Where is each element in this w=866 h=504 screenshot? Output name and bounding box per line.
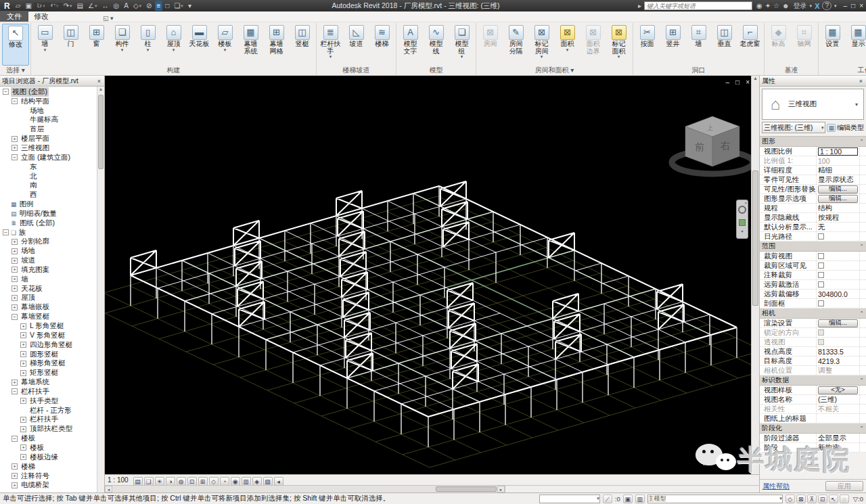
tree-item[interactable]: 首层: [0, 124, 104, 134]
hscroll-left-arrow[interactable]: ◂: [105, 486, 112, 492]
property-value[interactable]: [817, 271, 860, 279]
expand-icon[interactable]: +: [20, 361, 26, 367]
tree-item[interactable]: 北: [0, 172, 104, 181]
tree-item[interactable]: +栏杆扶手: [0, 415, 104, 425]
edit-type-button[interactable]: ▦ 编辑类型: [827, 123, 864, 133]
collapse-icon[interactable]: −: [12, 436, 18, 442]
help-icon[interactable]: ?: [822, 1, 831, 10]
signin-label[interactable]: 登录: [794, 1, 807, 11]
expand-icon[interactable]: +: [12, 304, 18, 311]
property-value[interactable]: [817, 280, 860, 289]
property-section-header[interactable]: 标识数据⌃: [760, 375, 866, 386]
select-by-face-toggle[interactable]: ⊡: [818, 495, 827, 503]
collapse-icon[interactable]: −: [12, 388, 18, 394]
close-hidden-windows-icon[interactable]: □: [163, 1, 171, 11]
tree-item[interactable]: +圆形竖梃: [0, 350, 104, 359]
collapse-icon[interactable]: −: [3, 229, 9, 235]
property-section-header[interactable]: 图形⌃: [760, 137, 866, 147]
reveal-hidden-elements-icon[interactable]: ◉: [231, 477, 240, 486]
tag-icon[interactable]: ◎: [111, 1, 121, 11]
ribbon-button-component[interactable]: ❏构件▾: [110, 24, 135, 52]
expand-icon[interactable]: +: [20, 426, 26, 432]
ribbon-button-wall[interactable]: ▭墙▾: [32, 24, 58, 52]
expand-icon[interactable]: +: [12, 463, 18, 469]
property-value[interactable]: [817, 328, 860, 337]
expand-icon[interactable]: +: [20, 444, 26, 451]
property-value[interactable]: 编辑...: [817, 185, 860, 193]
minimize-button[interactable]: –: [844, 2, 848, 9]
hscroll-right-arrow[interactable]: ▸: [497, 486, 505, 492]
expand-icon[interactable]: +: [12, 276, 18, 282]
expand-icon[interactable]: +: [12, 239, 18, 245]
property-section-header[interactable]: 范围⌃: [760, 242, 866, 252]
tree-item[interactable]: +扶手类型: [0, 396, 104, 406]
property-value[interactable]: 304800.0: [817, 290, 860, 298]
property-value[interactable]: 4219.3: [817, 357, 860, 365]
sun-path-icon[interactable]: ☀: [155, 477, 164, 486]
expand-icon[interactable]: +: [12, 473, 18, 479]
crop-view-icon[interactable]: ⊡: [187, 477, 197, 486]
aligned-dimension-icon[interactable]: ↔: [99, 1, 110, 11]
default-3d-view-icon[interactable]: ◇▾: [131, 1, 143, 11]
checkbox[interactable]: [818, 281, 824, 288]
tree-item[interactable]: −结构平面: [0, 97, 104, 106]
panel-display-toggle[interactable]: ◱ ▾: [103, 15, 114, 22]
ribbon-button-by-face[interactable]: ✂按面: [635, 24, 660, 48]
edit-button[interactable]: <无>: [818, 386, 858, 394]
ribbon-button-tag-room[interactable]: ⊠标记 房间▾: [529, 24, 554, 59]
tree-item[interactable]: −楼板: [0, 434, 104, 443]
property-value[interactable]: 显示原状态: [817, 175, 860, 184]
ribbon-button-wall-opening[interactable]: ⌗墙: [686, 24, 711, 48]
tree-item[interactable]: +楼板边缘: [0, 453, 104, 462]
ribbon-button-roof[interactable]: ⌂屋顶▾: [161, 24, 186, 52]
ribbon-button-curtain-system[interactable]: ▦幕墙 系统: [238, 24, 263, 55]
close-button[interactable]: ×: [859, 2, 863, 9]
property-value[interactable]: 精细: [817, 166, 860, 175]
expand-icon[interactable]: +: [12, 295, 18, 301]
edit-button[interactable]: 编辑...: [818, 319, 858, 327]
steering-wheel-icon[interactable]: [738, 206, 746, 214]
tree-item[interactable]: −幕墙竖梃: [0, 312, 104, 321]
select-pinned-toggle[interactable]: ⊼: [807, 495, 817, 503]
temporary-hide-isolate-icon[interactable]: ◔: [220, 477, 229, 486]
expand-icon[interactable]: +: [12, 145, 18, 151]
tree-item[interactable]: 南: [0, 181, 104, 190]
edit-button[interactable]: 编辑...: [818, 195, 858, 203]
apply-button[interactable]: 应用: [825, 481, 863, 491]
show-crop-region-icon[interactable]: ⊞: [198, 477, 208, 486]
property-value[interactable]: 编辑...: [817, 319, 860, 327]
expand-icon[interactable]: +: [20, 342, 26, 348]
viewport-vertical-scrollbar[interactable]: ▲: [751, 76, 759, 474]
property-value[interactable]: [817, 414, 860, 423]
tree-item[interactable]: 东: [0, 162, 104, 172]
temporary-view-properties-icon[interactable]: ▥: [242, 477, 251, 486]
tree-item[interactable]: ▦图例: [0, 200, 104, 209]
view-scale-button[interactable]: 1 : 100: [108, 476, 129, 484]
expand-icon[interactable]: +: [12, 258, 18, 264]
signin-dropdown-icon[interactable]: ▾: [810, 3, 813, 9]
tab-数据转换[interactable]: 数据转换: [28, 0, 99, 11]
revit-logo[interactable]: R: [1, 1, 13, 11]
tree-item[interactable]: +电缆桥架: [0, 480, 104, 490]
navbar-close-icon[interactable]: ×: [744, 201, 747, 205]
search-input[interactable]: [644, 1, 752, 10]
property-value[interactable]: (三维): [817, 395, 860, 404]
hscroll-thumb[interactable]: [436, 486, 497, 492]
drag-on-selection-toggle[interactable]: ↖: [829, 495, 838, 503]
checkbox[interactable]: [818, 272, 824, 278]
ribbon-button-railing[interactable]: ≣栏杆扶手▾: [318, 24, 343, 59]
property-value[interactable]: 无: [817, 223, 860, 231]
customize-qat-icon[interactable]: ▾: [186, 1, 193, 11]
tree-item[interactable]: +楼板: [0, 443, 104, 453]
text-icon[interactable]: A: [122, 1, 131, 11]
project-browser-close-icon[interactable]: ×: [96, 78, 102, 85]
property-value[interactable]: 调整: [817, 366, 860, 375]
ribbon-button-window[interactable]: ⊞窗: [84, 24, 109, 48]
property-section-header[interactable]: 相机⌃: [760, 308, 866, 319]
property-value[interactable]: 结构: [817, 204, 860, 212]
ribbon-button-stair[interactable]: ≋楼梯: [369, 24, 394, 48]
expand-icon[interactable]: +: [12, 248, 18, 254]
ribbon-button-curtain-grid[interactable]: ⊞幕墙 网格: [264, 24, 289, 55]
ribbon-button-floor[interactable]: ▱楼板▾: [212, 24, 237, 52]
property-value[interactable]: 新构造: [817, 443, 860, 452]
